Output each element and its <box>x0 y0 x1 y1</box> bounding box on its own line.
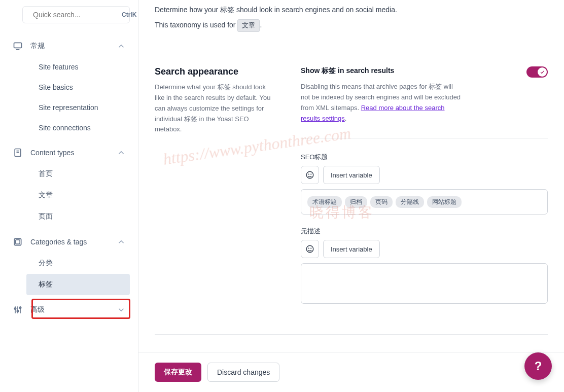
quick-search[interactable]: CtrlK <box>22 6 130 23</box>
search-appearance-desc: Determine what your 标签 should look like … <box>155 82 276 135</box>
insert-variable-button-meta[interactable]: Insert variable <box>323 240 380 258</box>
show-in-search-title: Show 标签 in search results <box>301 66 394 76</box>
var-chip[interactable]: 术语标题 <box>307 196 342 208</box>
sliders-icon <box>12 304 23 315</box>
chevron-up-icon <box>117 237 126 246</box>
nav-pages[interactable]: 页面 <box>26 206 130 227</box>
nav-categories[interactable]: 分类 <box>26 253 130 274</box>
svg-point-18 <box>306 246 313 253</box>
sidebar: CtrlK 常规 Site features Site basics Site … <box>0 0 138 392</box>
search-input[interactable] <box>33 11 122 19</box>
svg-point-15 <box>306 172 313 179</box>
chevron-up-icon <box>117 42 126 51</box>
document-icon <box>12 147 23 158</box>
svg-point-19 <box>308 248 309 249</box>
chevron-up-icon <box>117 148 126 157</box>
meta-description-field[interactable] <box>301 263 548 304</box>
insert-variable-button-seo[interactable]: Insert variable <box>323 166 380 184</box>
svg-point-17 <box>311 174 311 175</box>
nav-tags[interactable]: 标签 <box>26 274 130 295</box>
seo-title-field[interactable]: 术语标题 归档 页码 分隔线 网站标题 <box>301 189 548 215</box>
main-content: Determine how your 标签 should look in sea… <box>138 0 564 392</box>
nav-content-types-head[interactable]: Content types <box>8 142 130 163</box>
meta-description-label: 元描述 <box>301 227 548 236</box>
nav-site-basics[interactable]: Site basics <box>26 77 130 97</box>
show-in-search-desc: Disabling this means that archive pages … <box>301 82 463 124</box>
search-appearance-title: Search appearance <box>155 66 276 77</box>
nav-site-representation[interactable]: Site representation <box>26 97 130 118</box>
chevron-down-icon <box>117 305 126 314</box>
nav-content-types-label: Content types <box>30 149 74 157</box>
show-in-search-toggle[interactable] <box>526 66 548 78</box>
svg-rect-2 <box>14 43 22 48</box>
emoji-icon <box>305 244 314 254</box>
seo-title-label: SEO标题 <box>301 153 548 162</box>
svg-point-20 <box>311 248 311 249</box>
intro-line2b: . <box>260 21 262 29</box>
nav-general-label: 常规 <box>30 42 45 51</box>
help-button[interactable]: ? <box>524 352 552 380</box>
nav-general-head[interactable]: 常规 <box>8 35 130 57</box>
var-chip[interactable]: 网站标题 <box>427 196 462 208</box>
nav-site-features[interactable]: Site features <box>26 57 130 77</box>
var-chip[interactable]: 页码 <box>370 196 393 208</box>
var-chip[interactable]: 归档 <box>345 196 367 208</box>
var-chip[interactable]: 分隔线 <box>396 196 424 208</box>
emoji-button[interactable] <box>301 166 319 184</box>
nav-categories-tags-label: Categories & tags <box>30 238 87 246</box>
svg-point-16 <box>308 174 309 175</box>
nav-home[interactable]: 首页 <box>26 163 130 185</box>
nav-advanced-label: 高级 <box>30 305 45 314</box>
footer-bar: 保存更改 Discard changes <box>138 352 564 392</box>
intro-line1: Determine how your 标签 should look in sea… <box>155 4 548 15</box>
nav-advanced-head[interactable]: 高级 <box>8 299 130 320</box>
nav-categories-tags-head[interactable]: Categories & tags <box>8 231 130 253</box>
nav-site-connections[interactable]: Site connections <box>26 118 130 138</box>
svg-rect-8 <box>16 240 20 244</box>
emoji-icon <box>305 170 314 180</box>
discard-button[interactable]: Discard changes <box>207 363 279 382</box>
divider <box>301 138 548 138</box>
tag-icon <box>12 236 23 247</box>
emoji-button[interactable] <box>301 240 319 258</box>
save-button[interactable]: 保存更改 <box>155 363 201 382</box>
search-kbd: CtrlK <box>122 11 136 18</box>
taxonomy-chip: 文章 <box>237 19 260 32</box>
nav-posts[interactable]: 文章 <box>26 185 130 206</box>
intro-line2: This taxonomy is used for 文章. <box>155 19 548 32</box>
toggle-knob <box>538 67 547 77</box>
intro-line2a: This taxonomy is used for <box>155 21 237 29</box>
monitor-icon <box>12 41 23 52</box>
